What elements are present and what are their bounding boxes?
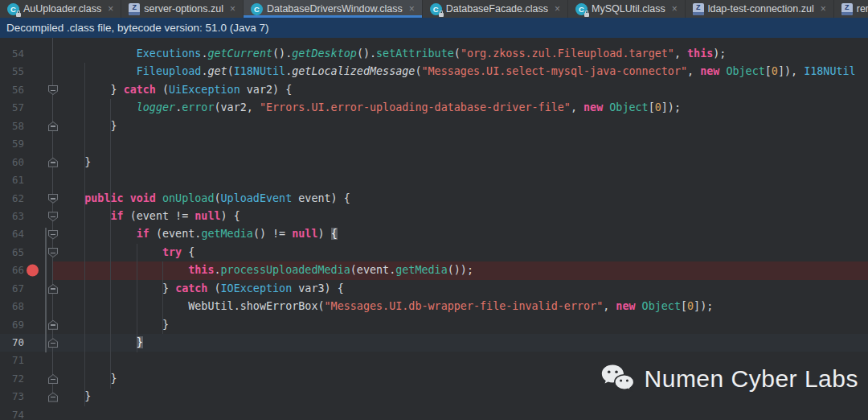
ide-window: CAuUploader.class×Zserver-options.zul×CD… xyxy=(0,0,868,420)
line-number[interactable]: 62 xyxy=(0,190,24,208)
code-text: Executions.getCurrent().getDesktop().set… xyxy=(59,45,726,63)
close-icon[interactable]: × xyxy=(555,3,560,14)
code-line-68[interactable]: 68 WebUtil.showErrorBox("Messages.UI.db-… xyxy=(0,298,868,315)
code-text: } xyxy=(59,370,117,388)
line-number[interactable]: 68 xyxy=(0,298,24,315)
editor-tab-databasedriverswindow-class[interactable]: CDatabaseDriversWindow.class× xyxy=(244,0,423,18)
line-number[interactable]: 55 xyxy=(0,63,24,80)
fold-marker-icon[interactable] xyxy=(48,248,58,257)
close-icon[interactable]: × xyxy=(821,3,826,14)
line-number[interactable]: 54 xyxy=(0,45,24,63)
fold-marker-icon[interactable] xyxy=(48,374,58,384)
tab-label: remote-replica.zul xyxy=(857,3,868,14)
line-number[interactable]: 73 xyxy=(0,388,24,406)
line-number[interactable]: 72 xyxy=(0,370,24,388)
editor-tab-auuploader-class[interactable]: CAuUploader.class× xyxy=(0,0,121,18)
line-number[interactable]: 65 xyxy=(0,244,24,261)
code-line-69[interactable]: 69 } xyxy=(0,316,868,334)
fold-marker-icon[interactable] xyxy=(48,158,58,167)
code-text: } catch (UiException var2) { xyxy=(59,81,292,99)
line-number[interactable]: 67 xyxy=(0,280,24,298)
fold-marker-icon[interactable] xyxy=(48,284,58,294)
wechat-icon xyxy=(601,360,635,398)
code-text: if (event != null) { xyxy=(59,208,240,225)
line-number[interactable]: 70 xyxy=(0,334,24,352)
editor-tab-remote-replica-zul[interactable]: Zremote-replica.zul xyxy=(834,0,868,18)
fold-marker-icon[interactable] xyxy=(48,194,58,204)
code-line-58[interactable]: 58 } xyxy=(0,117,868,135)
code-line-63[interactable]: 63 if (event != null) { xyxy=(0,208,868,225)
line-number[interactable]: 61 xyxy=(0,171,24,189)
line-number[interactable]: 74 xyxy=(0,406,24,420)
class-locked-icon: C xyxy=(7,3,19,15)
line-number[interactable]: 56 xyxy=(0,81,24,99)
class-locked-icon: C xyxy=(575,3,588,15)
editor-tab-ldap-test-connection-zul[interactable]: Zldap-test-connection.zul× xyxy=(686,0,834,18)
code-line-54[interactable]: 54 Executions.getCurrent().getDesktop().… xyxy=(0,45,868,63)
line-number[interactable]: 63 xyxy=(0,208,24,225)
code-text: } xyxy=(59,154,91,171)
code-line-62[interactable]: 62 public void onUpload(UploadEvent even… xyxy=(0,190,868,208)
code-text: } xyxy=(59,316,169,334)
code-text: } xyxy=(59,117,117,135)
code-text: try { xyxy=(59,244,194,261)
fold-marker-icon[interactable] xyxy=(48,320,58,330)
code-line-59[interactable]: 59 xyxy=(0,135,868,153)
editor-tab-server-options-zul[interactable]: Zserver-options.zul× xyxy=(121,0,244,18)
tab-label: AuUploader.class xyxy=(23,3,101,14)
code-line-70[interactable]: 70 } xyxy=(0,334,868,352)
close-icon[interactable]: × xyxy=(409,3,415,14)
fold-marker-icon[interactable] xyxy=(48,121,58,131)
code-line-64[interactable]: 64 if (event.getMedia() != null) { xyxy=(0,225,868,243)
line-number[interactable]: 58 xyxy=(0,117,24,135)
line-number[interactable]: 69 xyxy=(0,316,24,334)
code-text: Fileupload.get(I18NUtil.getLocalizedMess… xyxy=(59,63,856,80)
tab-label: server-options.zul xyxy=(144,3,223,14)
line-number[interactable]: 59 xyxy=(0,135,24,153)
fold-marker-icon[interactable] xyxy=(48,85,58,95)
code-text: WebUtil.showErrorBox("Messages.UI.db-wra… xyxy=(59,298,713,315)
fold-marker-icon[interactable] xyxy=(48,230,58,240)
code-line-67[interactable]: 67 } catch (IOException var3) { xyxy=(0,280,868,298)
code-line-66[interactable]: 66 this.processUploadedMedia(event.getMe… xyxy=(0,261,868,279)
close-icon[interactable]: × xyxy=(230,3,235,14)
code-text: public void onUpload(UploadEvent event) … xyxy=(59,190,350,208)
code-line-57[interactable]: 57 logger.error(var2, "Errors.UI.error-u… xyxy=(0,99,868,117)
watermark-text: Numen Cyber Labs xyxy=(645,365,858,393)
breakpoint-icon[interactable] xyxy=(27,265,39,277)
code-line-74[interactable]: 74 xyxy=(0,406,868,420)
line-number[interactable]: 64 xyxy=(0,225,24,243)
fold-marker-icon[interactable] xyxy=(48,212,58,221)
zul-file-icon: Z xyxy=(693,3,704,15)
code-text: } xyxy=(59,388,91,406)
close-icon[interactable]: × xyxy=(672,3,678,14)
line-number[interactable]: 60 xyxy=(0,154,24,171)
zul-file-icon: Z xyxy=(841,3,853,15)
code-line-60[interactable]: 60 } xyxy=(0,154,868,171)
editor-tab-databasefacade-class[interactable]: CDatabaseFacade.class× xyxy=(423,0,568,18)
line-number[interactable]: 71 xyxy=(0,352,24,369)
code-text: } xyxy=(59,334,143,352)
code-line-61[interactable]: 61 xyxy=(0,171,868,189)
editor-tab-bar: CAuUploader.class×Zserver-options.zul×CD… xyxy=(0,0,868,18)
fold-marker-icon[interactable] xyxy=(48,338,58,348)
editor-tab-mysqlutil-class[interactable]: CMySQLUtil.class× xyxy=(568,0,686,18)
tab-label: DatabaseFacade.class xyxy=(446,3,548,14)
code-text: if (event.getMedia() != null) { xyxy=(59,225,338,243)
line-number[interactable]: 66 xyxy=(0,261,24,279)
code-line-56[interactable]: 56 } catch (UiException var2) { xyxy=(0,81,868,99)
close-icon[interactable]: × xyxy=(108,3,113,14)
banner-text: Decompiled .class file, bytecode version… xyxy=(6,22,268,34)
tab-label: MySQLUtil.class xyxy=(592,3,665,14)
tab-label: DatabaseDriversWindow.class xyxy=(267,3,403,14)
code-line-55[interactable]: 55 Fileupload.get(I18NUtil.getLocalizedM… xyxy=(0,63,868,80)
code-text: this.processUploadedMedia(event.getMedia… xyxy=(59,261,473,279)
code-line-65[interactable]: 65 try { xyxy=(0,244,868,261)
fold-marker-icon[interactable] xyxy=(48,393,58,402)
decompiler-notification-banner: Decompiled .class file, bytecode version… xyxy=(0,18,868,38)
code-text: logger.error(var2, "Errors.UI.error-uplo… xyxy=(59,99,681,117)
tab-label: ldap-test-connection.zul xyxy=(708,3,814,14)
code-text: } catch (IOException var3) { xyxy=(59,280,344,298)
class-icon: C xyxy=(251,3,263,15)
line-number[interactable]: 57 xyxy=(0,99,24,117)
